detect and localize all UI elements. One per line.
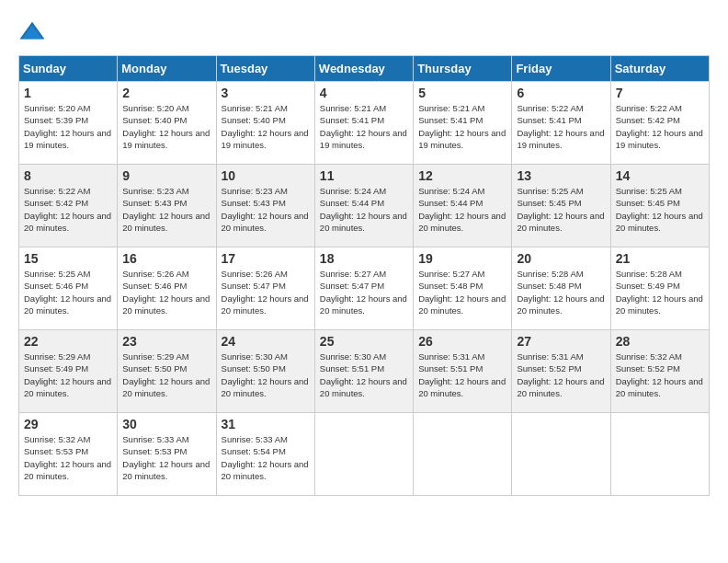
day-number: 31 — [222, 417, 310, 431]
col-tuesday: Tuesday — [216, 56, 314, 82]
logo — [18, 18, 50, 46]
day-info: Sunrise: 5:25 AM Sunset: 5:45 PM Dayligh… — [616, 185, 704, 234]
calendar-cell: 13Sunrise: 5:25 AM Sunset: 5:45 PM Dayli… — [512, 165, 610, 247]
calendar-row-4: 29Sunrise: 5:32 AM Sunset: 5:53 PM Dayli… — [19, 413, 710, 496]
day-number: 27 — [517, 334, 605, 349]
calendar-cell: 27Sunrise: 5:31 AM Sunset: 5:52 PM Dayli… — [512, 330, 610, 413]
calendar-cell: 8Sunrise: 5:22 AM Sunset: 5:42 PM Daylig… — [19, 165, 118, 247]
calendar-body: 1Sunrise: 5:20 AM Sunset: 5:39 PM Daylig… — [19, 82, 710, 496]
day-info: Sunrise: 5:24 AM Sunset: 5:44 PM Dayligh… — [320, 185, 408, 234]
day-info: Sunrise: 5:30 AM Sunset: 5:50 PM Dayligh… — [222, 350, 310, 399]
col-friday: Friday — [512, 56, 610, 82]
calendar-cell: 4Sunrise: 5:21 AM Sunset: 5:41 PM Daylig… — [314, 82, 413, 165]
calendar-row-3: 22Sunrise: 5:29 AM Sunset: 5:49 PM Dayli… — [19, 330, 710, 413]
day-info: Sunrise: 5:33 AM Sunset: 5:53 PM Dayligh… — [122, 433, 210, 482]
calendar-cell: 5Sunrise: 5:21 AM Sunset: 5:41 PM Daylig… — [414, 82, 512, 165]
day-number: 8 — [24, 168, 112, 183]
day-info: Sunrise: 5:27 AM Sunset: 5:47 PM Dayligh… — [320, 268, 408, 316]
calendar-cell: 1Sunrise: 5:20 AM Sunset: 5:39 PM Daylig… — [19, 82, 118, 165]
day-info: Sunrise: 5:24 AM Sunset: 5:44 PM Dayligh… — [418, 185, 506, 234]
day-number: 22 — [24, 334, 112, 349]
day-number: 9 — [122, 168, 210, 183]
calendar-cell: 25Sunrise: 5:30 AM Sunset: 5:51 PM Dayli… — [314, 330, 413, 413]
day-number: 23 — [122, 334, 210, 349]
day-number: 10 — [222, 168, 310, 183]
calendar-cell: 12Sunrise: 5:24 AM Sunset: 5:44 PM Dayli… — [414, 165, 512, 247]
day-info: Sunrise: 5:21 AM Sunset: 5:40 PM Dayligh… — [222, 102, 310, 151]
day-info: Sunrise: 5:21 AM Sunset: 5:41 PM Dayligh… — [320, 102, 408, 151]
day-info: Sunrise: 5:28 AM Sunset: 5:49 PM Dayligh… — [616, 268, 704, 316]
day-number: 2 — [122, 86, 210, 100]
day-number: 5 — [418, 86, 506, 100]
calendar-cell: 17Sunrise: 5:26 AM Sunset: 5:47 PM Dayli… — [216, 247, 314, 330]
day-info: Sunrise: 5:32 AM Sunset: 5:52 PM Dayligh… — [616, 350, 704, 399]
day-number: 6 — [517, 86, 605, 100]
calendar-row-0: 1Sunrise: 5:20 AM Sunset: 5:39 PM Daylig… — [19, 82, 710, 165]
calendar-cell: 20Sunrise: 5:28 AM Sunset: 5:48 PM Dayli… — [512, 247, 610, 330]
calendar-cell: 22Sunrise: 5:29 AM Sunset: 5:49 PM Dayli… — [19, 330, 118, 413]
calendar-cell: 24Sunrise: 5:30 AM Sunset: 5:50 PM Dayli… — [216, 330, 314, 413]
col-thursday: Thursday — [414, 56, 512, 82]
calendar-row-2: 15Sunrise: 5:25 AM Sunset: 5:46 PM Dayli… — [19, 247, 710, 330]
calendar-cell: 30Sunrise: 5:33 AM Sunset: 5:53 PM Dayli… — [118, 413, 216, 496]
calendar-cell: 7Sunrise: 5:22 AM Sunset: 5:42 PM Daylig… — [610, 82, 709, 165]
col-wednesday: Wednesday — [314, 56, 413, 82]
day-number: 18 — [320, 251, 408, 266]
day-number: 16 — [122, 251, 210, 266]
day-number: 15 — [24, 251, 112, 266]
day-number: 13 — [517, 168, 605, 183]
calendar-header-row: Sunday Monday Tuesday Wednesday Thursday… — [19, 56, 710, 82]
day-info: Sunrise: 5:26 AM Sunset: 5:46 PM Dayligh… — [122, 268, 210, 316]
day-info: Sunrise: 5:23 AM Sunset: 5:43 PM Dayligh… — [122, 185, 210, 234]
day-info: Sunrise: 5:29 AM Sunset: 5:49 PM Dayligh… — [24, 350, 112, 399]
calendar-cell: 18Sunrise: 5:27 AM Sunset: 5:47 PM Dayli… — [314, 247, 413, 330]
day-info: Sunrise: 5:30 AM Sunset: 5:51 PM Dayligh… — [320, 350, 408, 399]
day-info: Sunrise: 5:33 AM Sunset: 5:54 PM Dayligh… — [222, 433, 310, 482]
day-number: 19 — [418, 251, 506, 266]
calendar-cell: 26Sunrise: 5:31 AM Sunset: 5:51 PM Dayli… — [414, 330, 512, 413]
day-number: 24 — [222, 334, 310, 349]
day-info: Sunrise: 5:25 AM Sunset: 5:46 PM Dayligh… — [24, 268, 112, 316]
day-number: 11 — [320, 168, 408, 183]
calendar-cell: 19Sunrise: 5:27 AM Sunset: 5:48 PM Dayli… — [414, 247, 512, 330]
day-number: 30 — [122, 417, 210, 431]
day-info: Sunrise: 5:31 AM Sunset: 5:52 PM Dayligh… — [517, 350, 605, 399]
calendar-cell — [314, 413, 413, 496]
day-info: Sunrise: 5:22 AM Sunset: 5:41 PM Dayligh… — [517, 102, 605, 151]
day-number: 20 — [517, 251, 605, 266]
day-number: 12 — [418, 168, 506, 183]
day-info: Sunrise: 5:32 AM Sunset: 5:53 PM Dayligh… — [24, 433, 112, 482]
calendar-cell: 2Sunrise: 5:20 AM Sunset: 5:40 PM Daylig… — [118, 82, 216, 165]
day-number: 17 — [222, 251, 310, 266]
calendar-cell — [512, 413, 610, 496]
day-number: 1 — [24, 86, 112, 100]
day-info: Sunrise: 5:21 AM Sunset: 5:41 PM Dayligh… — [418, 102, 506, 151]
calendar-cell — [610, 413, 709, 496]
day-number: 14 — [616, 168, 704, 183]
day-info: Sunrise: 5:29 AM Sunset: 5:50 PM Dayligh… — [122, 350, 210, 399]
calendar-cell: 23Sunrise: 5:29 AM Sunset: 5:50 PM Dayli… — [118, 330, 216, 413]
day-number: 26 — [418, 334, 506, 349]
day-number: 7 — [616, 86, 704, 100]
logo-icon — [18, 18, 46, 46]
calendar-cell: 11Sunrise: 5:24 AM Sunset: 5:44 PM Dayli… — [314, 165, 413, 247]
day-number: 29 — [24, 417, 112, 431]
day-info: Sunrise: 5:26 AM Sunset: 5:47 PM Dayligh… — [222, 268, 310, 316]
header — [18, 18, 710, 46]
calendar-cell: 21Sunrise: 5:28 AM Sunset: 5:49 PM Dayli… — [610, 247, 709, 330]
day-info: Sunrise: 5:20 AM Sunset: 5:40 PM Dayligh… — [122, 102, 210, 151]
calendar-cell: 3Sunrise: 5:21 AM Sunset: 5:40 PM Daylig… — [216, 82, 314, 165]
col-sunday: Sunday — [19, 56, 118, 82]
day-info: Sunrise: 5:23 AM Sunset: 5:43 PM Dayligh… — [222, 185, 310, 234]
day-number: 21 — [616, 251, 704, 266]
day-info: Sunrise: 5:25 AM Sunset: 5:45 PM Dayligh… — [517, 185, 605, 234]
calendar-cell: 9Sunrise: 5:23 AM Sunset: 5:43 PM Daylig… — [118, 165, 216, 247]
calendar-cell: 31Sunrise: 5:33 AM Sunset: 5:54 PM Dayli… — [216, 413, 314, 496]
calendar-cell: 15Sunrise: 5:25 AM Sunset: 5:46 PM Dayli… — [19, 247, 118, 330]
calendar-cell: 14Sunrise: 5:25 AM Sunset: 5:45 PM Dayli… — [610, 165, 709, 247]
calendar-cell: 10Sunrise: 5:23 AM Sunset: 5:43 PM Dayli… — [216, 165, 314, 247]
day-info: Sunrise: 5:27 AM Sunset: 5:48 PM Dayligh… — [418, 268, 506, 316]
day-info: Sunrise: 5:28 AM Sunset: 5:48 PM Dayligh… — [517, 268, 605, 316]
calendar-row-1: 8Sunrise: 5:22 AM Sunset: 5:42 PM Daylig… — [19, 165, 710, 247]
calendar: Sunday Monday Tuesday Wednesday Thursday… — [18, 55, 710, 496]
